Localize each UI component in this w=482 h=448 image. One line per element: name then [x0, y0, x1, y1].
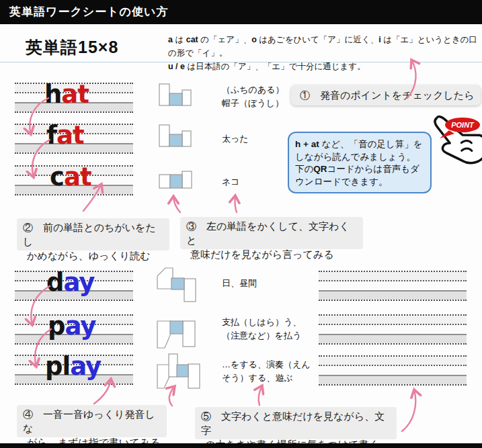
- arrow-step3-to-frames: [173, 196, 180, 212]
- letter-frame-hat: [159, 84, 191, 105]
- arrow-step5-to-frames: [169, 386, 175, 406]
- hint-bubble: h + at など、「音の足し算」をしながら読んでみましょう。下のQRコードから…: [288, 132, 432, 193]
- header-separator: [0, 62, 482, 62]
- arrow-step5-to-meaning: [259, 386, 262, 405]
- footer-bar: [0, 443, 482, 448]
- ruled-lines-empty-2: [319, 314, 467, 345]
- page-title: 英単語ワークシートの使い方: [9, 0, 168, 24]
- point-badge-label: POINT: [451, 121, 475, 129]
- worksheet-page: 英単語ワークシートの使い方 英単語15×8 a は cat の「ェア」、o はあ…: [0, 0, 482, 448]
- pronunciation-note: a は cat の「ェア」、o はあごをひいて「ア」に近く、i は「エ」というと…: [168, 33, 481, 73]
- word-play: play: [45, 351, 101, 382]
- letter-frame-cat: [159, 171, 192, 188]
- letter-frame-play: [157, 354, 200, 388]
- ruled-lines-empty-1: [319, 271, 467, 301]
- arrow-step3-to-meaning: [235, 195, 237, 212]
- letter-frame-pay: [157, 321, 195, 348]
- step-4-label: ④ 一音一音ゆっくり発音しながら、まずは指で書いてみる: [17, 405, 167, 437]
- step-2-label: ② 前の単語とのちがいをたしかめながら、ゆっくり読む: [17, 218, 169, 251]
- sheet-title: 英単語15×8: [26, 36, 118, 58]
- ruled-lines-empty-3: [319, 355, 467, 386]
- pronunciation-note-line-1: a は cat の「ェア」、o はあごをひいて「ア」に近く、i は「エ」というと…: [168, 33, 481, 60]
- step-5-label: ⑤ 文字わくと意味だけを見ながら、文字の大きさや書く場所に気をつけて書く: [195, 407, 397, 439]
- step-3-label: ③ 左の単語をかくして、文字わくと意味だけを見ながら言ってみる: [180, 217, 363, 249]
- pointing-hand-icon: [431, 103, 482, 172]
- letter-frame-day: [157, 268, 196, 302]
- step-1-label: ① 発音のポイントをチェックしたら: [291, 85, 481, 105]
- word-fat: fat: [46, 120, 84, 150]
- arrow-step5-to-lines: [402, 390, 415, 431]
- header-bar: 英単語ワークシートの使い方: [0, 0, 482, 24]
- word-hat: hat: [44, 79, 89, 109]
- word-day: day: [46, 267, 94, 298]
- letter-frame-fat: [159, 125, 191, 146]
- point-badge: POINT: [440, 118, 480, 138]
- word-pay: pay: [48, 311, 95, 341]
- word-cat: cat: [50, 162, 91, 192]
